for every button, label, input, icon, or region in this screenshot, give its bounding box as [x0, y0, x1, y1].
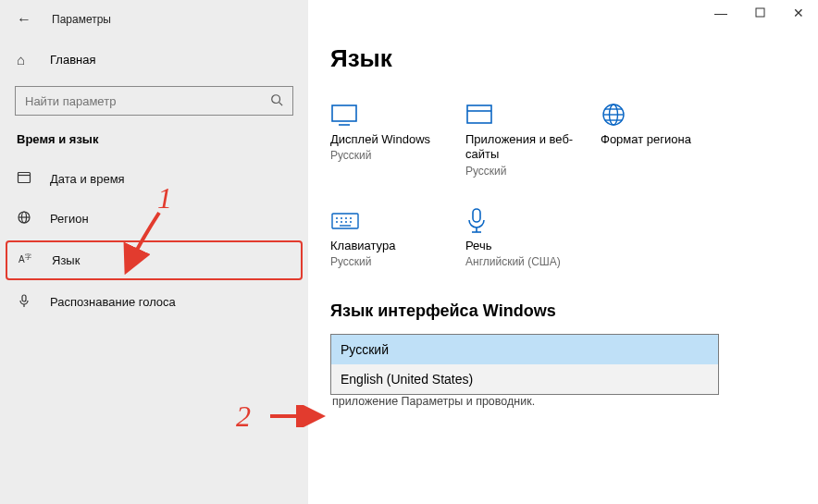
- svg-text:A: A: [19, 254, 25, 264]
- svg-line-1: [279, 102, 283, 105]
- section-heading: Язык интерфейса Windows: [330, 301, 796, 321]
- sidebar-section-title: Время и язык: [0, 132, 308, 159]
- svg-rect-2: [19, 173, 31, 183]
- clock-icon: [17, 170, 33, 188]
- language-icon: A 字: [19, 252, 35, 269]
- tile-display[interactable]: Дисплей Windows Русский: [330, 97, 465, 178]
- window-title: Параметры: [52, 13, 111, 26]
- window-controls: — ✕: [714, 6, 805, 20]
- sidebar: ← Параметры ⌂ Главная Время и язык Дата …: [0, 0, 308, 504]
- back-arrow-icon[interactable]: ←: [17, 11, 35, 28]
- tile-value: Русский: [330, 149, 465, 162]
- tile-label: Приложения и веб-сайты: [465, 132, 601, 163]
- tile-keyboard[interactable]: Клавиатура Русский: [330, 203, 465, 268]
- main-content: — ✕ Язык Дисплей Windows Русский: [308, 0, 818, 504]
- dropdown-option[interactable]: Русский: [331, 335, 718, 364]
- sidebar-item-date-time[interactable]: Дата и время: [0, 159, 308, 199]
- svg-rect-9: [22, 295, 26, 301]
- search-icon: [270, 93, 283, 109]
- language-tiles: Дисплей Windows Русский Приложения и веб…: [330, 97, 737, 294]
- hint-text: приложение Параметры и проводник.: [330, 395, 796, 408]
- tile-speech[interactable]: Речь Английский (США): [465, 203, 601, 268]
- tile-label: Речь: [465, 239, 601, 253]
- svg-rect-12: [332, 105, 356, 121]
- search-input[interactable]: [25, 94, 257, 108]
- keyboard-icon: [330, 203, 465, 239]
- tile-value: Русский: [330, 255, 465, 268]
- sidebar-home[interactable]: ⌂ Главная: [0, 44, 308, 75]
- maximize-button[interactable]: [753, 6, 766, 20]
- minimize-button[interactable]: —: [714, 6, 727, 20]
- tile-label: Клавиатура: [330, 239, 465, 253]
- tile-label: Формат региона: [601, 132, 736, 147]
- close-button[interactable]: ✕: [792, 6, 805, 20]
- sidebar-item-region[interactable]: Регион: [0, 199, 308, 239]
- page-title: Язык: [330, 44, 796, 73]
- monitor-icon: [330, 97, 465, 132]
- window-icon: [465, 97, 601, 132]
- sidebar-item-label: Регион: [50, 212, 89, 226]
- microphone-icon: [465, 203, 601, 239]
- tile-value: Английский (США): [465, 255, 601, 268]
- svg-text:字: 字: [25, 253, 31, 260]
- microphone-icon: [17, 293, 33, 311]
- dropdown-option[interactable]: English (United States): [331, 364, 718, 394]
- sidebar-item-label: Дата и время: [50, 172, 125, 186]
- sidebar-item-label: Распознавание голоса: [50, 295, 176, 309]
- globe-grid-icon: [601, 97, 736, 132]
- svg-rect-11: [756, 8, 764, 17]
- home-icon: ⌂: [17, 52, 33, 68]
- tile-value: Русский: [465, 165, 601, 178]
- search-input-container[interactable]: [15, 86, 293, 116]
- tile-label: Дисплей Windows: [330, 132, 465, 147]
- sidebar-item-speech[interactable]: Распознавание голоса: [0, 282, 308, 322]
- sidebar-item-label: Язык: [52, 253, 80, 267]
- sidebar-home-label: Главная: [50, 53, 95, 67]
- svg-point-0: [272, 94, 280, 103]
- sidebar-item-language[interactable]: A 字 Язык: [6, 240, 303, 280]
- svg-rect-14: [467, 105, 491, 123]
- svg-rect-31: [473, 209, 480, 222]
- interface-language-dropdown[interactable]: Русский English (United States): [330, 334, 719, 395]
- tile-apps[interactable]: Приложения и веб-сайты Русский: [465, 97, 601, 178]
- tile-region-format[interactable]: Формат региона: [601, 97, 736, 178]
- globe-icon: [17, 210, 33, 227]
